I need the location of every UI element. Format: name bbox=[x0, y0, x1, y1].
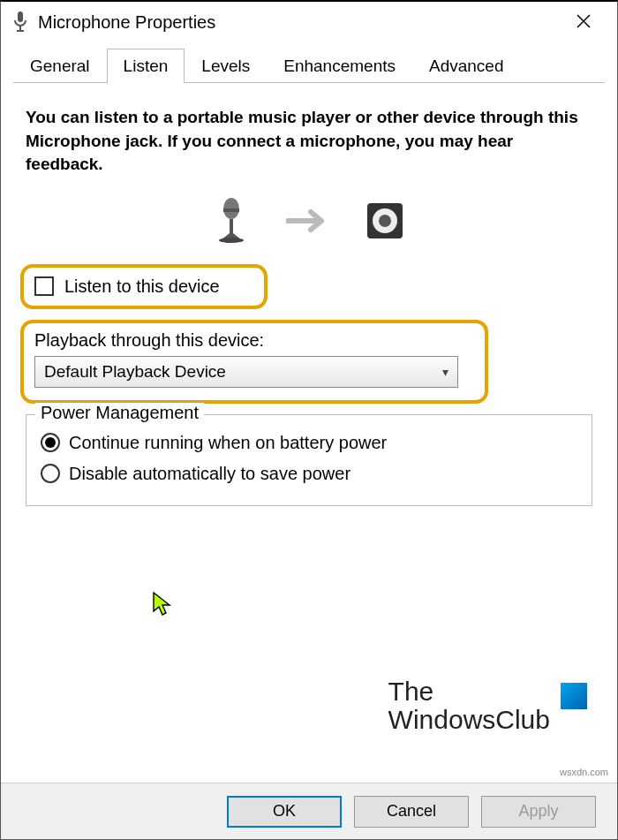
device-illustration bbox=[26, 198, 592, 248]
playback-device-selected: Default Playback Device bbox=[44, 362, 226, 382]
watermark: The WindowsClub bbox=[388, 677, 587, 733]
power-management-group: Power Management Continue running when o… bbox=[26, 414, 592, 506]
listen-to-device-checkbox[interactable]: Listen to this device bbox=[34, 276, 253, 297]
close-icon bbox=[577, 12, 591, 33]
watermark-line2: WindowsClub bbox=[388, 706, 550, 734]
watermark-small: wsxdn.com bbox=[560, 767, 608, 777]
ok-button[interactable]: OK bbox=[227, 796, 342, 828]
chevron-down-icon: ▾ bbox=[442, 365, 448, 379]
close-button[interactable] bbox=[557, 2, 610, 42]
svg-point-5 bbox=[219, 238, 244, 243]
playback-device-dropdown[interactable]: Default Playback Device ▾ bbox=[34, 356, 458, 388]
radio-disable-label: Disable automatically to save power bbox=[69, 464, 350, 484]
titlebar: Microphone Properties bbox=[1, 2, 617, 42]
tab-enhancements[interactable]: Enhancements bbox=[267, 49, 412, 83]
microphone-icon bbox=[8, 11, 33, 33]
checkbox-icon bbox=[34, 276, 54, 296]
arrow-right-icon bbox=[286, 208, 328, 238]
tab-general[interactable]: General bbox=[13, 49, 107, 83]
playback-device-label: Playback through this device: bbox=[34, 330, 474, 351]
dialog-button-bar: OK Cancel Apply bbox=[1, 783, 617, 839]
cancel-button[interactable]: Cancel bbox=[354, 796, 469, 828]
radio-continue-running[interactable]: Continue running when on battery power bbox=[41, 428, 577, 458]
radio-continue-label: Continue running when on battery power bbox=[69, 433, 387, 453]
listen-checkbox-label: Listen to this device bbox=[64, 276, 220, 297]
svg-rect-4 bbox=[223, 208, 239, 212]
radio-icon bbox=[41, 433, 60, 452]
speaker-device-icon bbox=[364, 200, 406, 246]
radio-disable-auto[interactable]: Disable automatically to save power bbox=[41, 458, 577, 489]
listen-checkbox-highlight: Listen to this device bbox=[20, 264, 268, 309]
tab-levels[interactable]: Levels bbox=[185, 49, 267, 83]
window-title: Microphone Properties bbox=[33, 12, 557, 33]
tab-advanced[interactable]: Advanced bbox=[412, 49, 521, 83]
listen-description: You can listen to a portable music playe… bbox=[26, 106, 592, 177]
cursor-icon bbox=[153, 592, 172, 617]
svg-rect-0 bbox=[18, 11, 23, 22]
microphone-device-icon bbox=[212, 198, 251, 248]
tab-listen[interactable]: Listen bbox=[107, 49, 185, 83]
playback-device-highlight: Playback through this device: Default Pl… bbox=[20, 320, 488, 404]
svg-point-8 bbox=[379, 215, 391, 227]
tab-strip: General Listen Levels Enhancements Advan… bbox=[1, 42, 617, 83]
power-management-legend: Power Management bbox=[35, 403, 204, 423]
watermark-square-icon bbox=[561, 683, 587, 709]
apply-button[interactable]: Apply bbox=[481, 796, 596, 828]
watermark-line1: The bbox=[388, 677, 550, 706]
radio-icon bbox=[41, 464, 60, 483]
tab-content: You can listen to a portable music playe… bbox=[1, 83, 617, 515]
